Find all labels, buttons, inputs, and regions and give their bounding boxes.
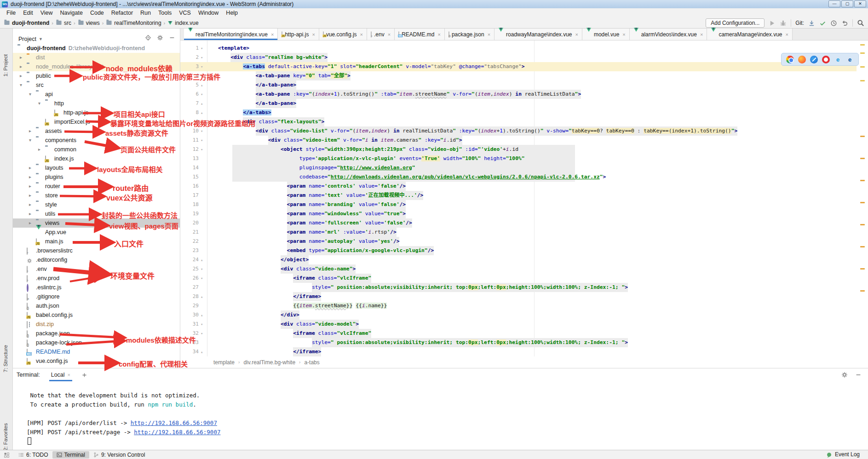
tree-item-api[interactable]: ▾api	[13, 90, 180, 99]
chevron-down-icon[interactable]: ▾	[20, 82, 22, 88]
code-line-22[interactable]: 22<param name='autoplay' value='yes'/>	[180, 237, 857, 246]
new-terminal-plus-icon[interactable]	[81, 372, 87, 378]
status-terminal-button[interactable]: Terminal	[52, 451, 89, 459]
tree-item-node_modules[interactable]: ▸node_moduleslibrary root	[13, 62, 180, 71]
code-line-2[interactable]: 2▾<div class="realTime bg-white">	[180, 53, 857, 62]
tool-window-switcher-icon[interactable]	[4, 451, 10, 458]
fold-marker-icon[interactable]: ▾	[201, 44, 203, 53]
tree-item-http-api.js[interactable]: JShttp-api.js	[13, 108, 180, 117]
code-line-3[interactable]: 3▾<a-tabs default-active-key="1" slot="h…	[180, 62, 857, 71]
chevron-right-icon[interactable]: ▸	[29, 165, 31, 171]
code-line-18[interactable]: 18<param name='branding' value='false'/>	[180, 200, 857, 209]
code-line-32[interactable]: 32▾<iframe class="vlcIframe"	[180, 329, 857, 338]
fold-marker-icon[interactable]: ▴	[201, 255, 203, 264]
git-update-icon[interactable]	[808, 19, 815, 27]
terminal-gear-icon[interactable]	[841, 371, 848, 378]
chrome-browser-icon[interactable]	[786, 56, 794, 63]
tree-item-utils[interactable]: ▸utils	[13, 209, 180, 218]
code-line-1[interactable]: 1▾<template>	[180, 44, 857, 53]
chevron-right-icon[interactable]: ▸	[29, 184, 31, 189]
code-line-11[interactable]: 11▾<div class="video-item" v-for="i in i…	[180, 136, 857, 145]
close-icon[interactable]: ×	[488, 32, 490, 37]
stripe-project-button[interactable]: 1: Project	[3, 54, 8, 77]
error-stripe-mark[interactable]	[860, 136, 865, 137]
close-icon[interactable]: ×	[388, 32, 391, 37]
tree-item-main.js[interactable]: JSmain.js	[13, 237, 180, 246]
git-commit-check-icon[interactable]	[819, 19, 826, 27]
code-editor[interactable]: 1▾<template>2▾<div class="realTime bg-wh…	[180, 40, 868, 356]
close-icon[interactable]: ×	[622, 32, 625, 37]
menu-item-view[interactable]: View	[37, 9, 57, 17]
fold-marker-icon[interactable]: ▾	[201, 264, 203, 274]
close-icon[interactable]: ×	[271, 32, 274, 37]
tree-item-layouts[interactable]: ▸layouts	[13, 163, 180, 172]
search-everywhere-icon[interactable]	[857, 19, 864, 27]
tree-item-package-lock.json[interactable]: {}package-lock.json	[13, 338, 180, 347]
code-line-8[interactable]: 8▴</a-tabs>	[180, 108, 857, 117]
safari-browser-icon[interactable]	[810, 56, 818, 63]
code-line-19[interactable]: 19<param name="windowless" value="true">	[180, 209, 857, 218]
tree-item-.eslintrc.js[interactable]: .eslintrc.js	[13, 283, 180, 292]
chevron-right-icon[interactable]: ▸	[38, 147, 40, 152]
code-line-31[interactable]: 31▾<div class="video-model">	[180, 320, 857, 329]
chevron-right-icon[interactable]: ▸	[20, 64, 22, 69]
event-log-button[interactable]: Event Log	[826, 451, 864, 458]
code-line-25[interactable]: 25▾<div class="video-name">	[180, 264, 857, 274]
fold-marker-icon[interactable]: ▾	[201, 136, 203, 145]
run-button[interactable]	[769, 19, 776, 27]
git-history-clock-icon[interactable]	[830, 19, 837, 27]
error-stripe-mark[interactable]	[860, 66, 865, 68]
add-configuration-button[interactable]: Add Configuration...	[706, 18, 765, 28]
menu-item-edit[interactable]: Edit	[19, 9, 37, 17]
tree-item-index.js[interactable]: JSindex.js	[13, 154, 180, 163]
fold-marker-icon[interactable]: ▴	[201, 347, 203, 356]
tree-item-babel.config.js[interactable]: JSbabel.config.js	[13, 310, 180, 320]
tree-item-package.json[interactable]: {}package.json	[13, 329, 180, 338]
error-stripe-mark[interactable]	[860, 224, 865, 225]
code-line-7[interactable]: 7▴</a-tab-pane>	[180, 99, 857, 108]
chevron-right-icon[interactable]: ▸	[29, 220, 31, 226]
code-line-16[interactable]: 16<param name='controls' value='false'/>	[180, 182, 857, 191]
fold-marker-icon[interactable]: ▾	[201, 126, 203, 136]
close-icon[interactable]: ×	[437, 32, 440, 37]
tree-item-.gitignore[interactable]: ⊘.gitignore	[13, 292, 180, 301]
code-line-10[interactable]: 10▾<div class="video-list" v-for="(item,…	[180, 126, 857, 136]
editor-tab[interactable]: model.vue×	[582, 29, 630, 40]
fold-marker-icon[interactable]: ▴	[201, 80, 203, 90]
tree-item-assets[interactable]: ▸assets	[13, 126, 180, 136]
breadcrumb-item[interactable]: views	[78, 20, 100, 26]
tree-item-http[interactable]: ▾http	[13, 99, 180, 108]
fold-marker-icon[interactable]: ▴	[201, 108, 203, 117]
menu-item-navigate[interactable]: Navigate	[57, 9, 86, 17]
code-line-15[interactable]: 15codebase="http://downloads.videolan.or…	[180, 172, 857, 182]
status-todo-button[interactable]: 6: TODO	[14, 451, 52, 459]
close-icon[interactable]: ×	[785, 32, 788, 37]
ie-browser-icon[interactable]: e	[834, 56, 842, 63]
tree-item-App.vue[interactable]: App.vue	[13, 228, 180, 237]
code-line-6[interactable]: 6▾<a-tab-pane :key="(index+1).toString()…	[180, 90, 857, 99]
fold-marker-icon[interactable]: ▴	[201, 99, 203, 108]
tree-item-router[interactable]: ▸router	[13, 182, 180, 191]
code-line-29[interactable]: 29{{item.streetName}} {{i.name}}	[180, 301, 857, 310]
chevron-down-icon[interactable]: ▾	[38, 101, 40, 106]
error-stripe-mark[interactable]	[860, 202, 865, 203]
tree-item-duoji-frontend[interactable]: ▾duoji-frontendD:\zheheWeb\duoji-fronten…	[13, 44, 180, 53]
tree-item-store[interactable]: ▸store	[13, 191, 180, 200]
tree-item-plugins[interactable]: ▸plugins	[13, 172, 180, 182]
error-stripe-mark[interactable]	[860, 180, 865, 181]
editor-breadcrumb-item[interactable]: div.realTime.bg-white	[243, 359, 295, 366]
breadcrumb-item[interactable]: duoji-frontend	[4, 20, 49, 26]
close-icon[interactable]: ×	[312, 32, 315, 37]
menu-item-refactor[interactable]: Refactor	[108, 9, 137, 17]
editor-breadcrumb-item[interactable]: template	[213, 359, 235, 366]
tree-item-.browserslistrc[interactable]: ≡.browserslistrc	[13, 246, 180, 255]
fold-marker-icon[interactable]: ▾	[201, 62, 203, 71]
menu-item-vcs[interactable]: VCS	[175, 9, 195, 17]
editor-tab[interactable]: {}package.json×	[445, 29, 494, 40]
chevron-right-icon[interactable]: ▸	[20, 55, 22, 60]
tree-item-importExcel.js[interactable]: JSimportExcel.js	[13, 117, 180, 126]
tree-item-vue.config.js[interactable]: JSvue.config.js	[13, 356, 180, 366]
fold-marker-icon[interactable]: ▴	[201, 292, 203, 301]
firefox-browser-icon[interactable]	[798, 56, 806, 63]
terminal-tab-local[interactable]: Local ×	[46, 368, 75, 381]
